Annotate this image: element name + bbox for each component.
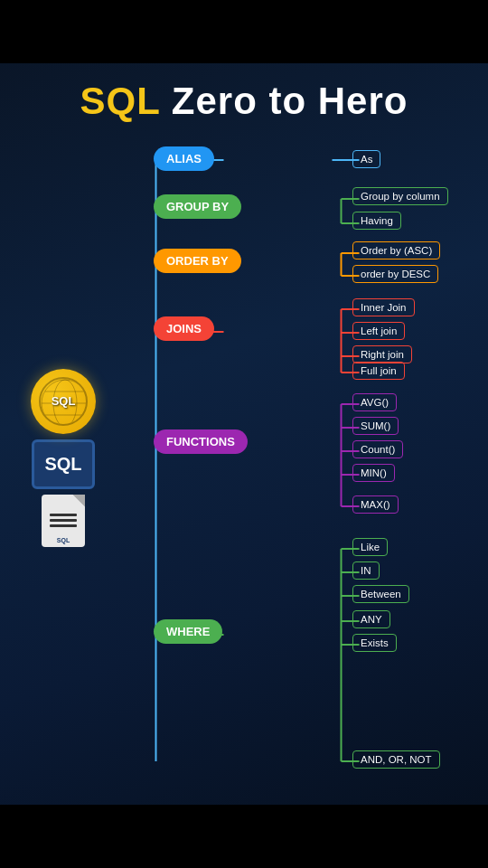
- functions-sub-3: Count(): [352, 440, 403, 458]
- doc-line-1: [50, 514, 77, 516]
- full-diagram: ALIAS As GROUP BY Group by column Having…: [108, 137, 479, 796]
- where-sub-5: Exists: [352, 634, 397, 652]
- functions-sub-5: MAX(): [352, 495, 399, 514]
- globe-icon: SQL: [31, 369, 96, 434]
- where-sub-4: ANY: [352, 610, 390, 628]
- groupby-sub-1: Group by column: [352, 187, 448, 205]
- page-title: SQL Zero to Hero: [80, 80, 408, 123]
- where-keyword: WHERE: [154, 619, 222, 644]
- diagram-svg: [122, 137, 479, 788]
- joins-keyword: JOINS: [154, 316, 214, 341]
- doc-icon: SQL: [42, 495, 85, 547]
- orderby-sub-2: order by DESC: [352, 265, 438, 283]
- where-sub-3: Between: [352, 585, 409, 603]
- functions-keyword: FUNCTIONS: [154, 429, 248, 454]
- sql-badge: SQL: [32, 439, 95, 489]
- doc-label: SQL: [57, 537, 70, 543]
- joins-sub-1: Inner Join: [352, 298, 415, 316]
- groupby-keyword: GROUP BY: [154, 194, 241, 219]
- doc-line-2: [50, 519, 77, 522]
- sql-badge-text: SQL: [44, 454, 81, 475]
- left-icons: SQL SQL SQL: [18, 119, 108, 796]
- functions-sub-1: AVG(): [352, 393, 397, 411]
- doc-line-3: [50, 524, 77, 527]
- joins-sub-4: Full join: [352, 362, 405, 380]
- where-sub-2: IN: [352, 561, 380, 580]
- alias-sub-as: As: [352, 150, 380, 168]
- diagram-area: SQL SQL SQL: [9, 137, 479, 796]
- joins-sub-2: Left join: [352, 322, 405, 340]
- alias-keyword: ALIAS: [154, 146, 214, 171]
- title-sql: SQL: [80, 80, 161, 122]
- where-sub-6: AND, OR, NOT: [352, 750, 440, 769]
- main-card: SQL Zero to Hero SQL SQL: [0, 63, 488, 805]
- functions-sub-2: SUM(): [352, 417, 399, 435]
- groupby-sub-2: Having: [352, 212, 401, 230]
- functions-sub-4: MIN(): [352, 464, 395, 482]
- orderby-keyword: ORDER BY: [154, 249, 241, 273]
- where-sub-1: Like: [352, 538, 388, 556]
- globe-sql-text: SQL: [52, 394, 76, 408]
- joins-sub-3: Right join: [352, 345, 412, 363]
- nodes-container: ALIAS As GROUP BY Group by column Having…: [122, 137, 479, 788]
- title-rest: Zero to Hero: [160, 80, 408, 122]
- orderby-sub-1: Order by (ASC): [352, 241, 440, 259]
